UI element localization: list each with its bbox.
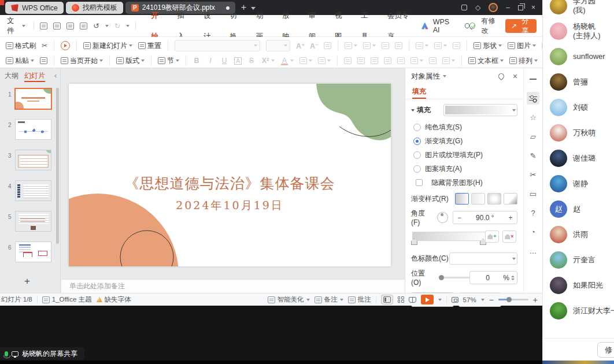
position-slider[interactable] [439, 277, 469, 278]
gradient-style-3[interactable] [487, 193, 501, 205]
account-avatar[interactable] [489, 3, 498, 12]
text-effects-button[interactable] [316, 56, 333, 65]
shapes-button[interactable]: 形状 [471, 40, 504, 52]
text-to-smartart-button[interactable] [450, 41, 463, 50]
section-button[interactable]: 节 [156, 55, 182, 67]
export-button[interactable] [53, 23, 61, 29]
thumbnail-scrollbar[interactable] [56, 88, 59, 244]
paragraph-layout-button[interactable] [440, 56, 457, 65]
chevron-down-icon[interactable] [481, 299, 484, 301]
theme-indicator[interactable]: 1_Office 主题 [42, 295, 92, 304]
gradient-style-4[interactable] [504, 193, 517, 205]
font-color-button[interactable]: A [278, 55, 296, 66]
stepper-arrows[interactable] [511, 276, 515, 280]
text-box-button[interactable]: 文本框 [466, 55, 506, 67]
align-right-button[interactable] [368, 56, 380, 65]
reading-view-button[interactable] [409, 297, 416, 303]
copy-button[interactable] [38, 56, 50, 65]
chevron-down-icon[interactable] [443, 75, 446, 77]
slide-thumbnail-preview[interactable] [15, 211, 51, 232]
font-size-select[interactable] [266, 40, 290, 51]
properties-title[interactable]: 对象属性 [411, 72, 440, 81]
angle-dial[interactable] [437, 212, 447, 223]
chevron-down-icon[interactable] [105, 25, 109, 27]
char-border-button[interactable]: A [232, 56, 244, 66]
footer-action-button[interactable]: 修 [597, 342, 614, 358]
modified-status[interactable]: 有修改 [481, 16, 500, 36]
slide-thumbnail-preview[interactable] [15, 150, 51, 170]
file-menu-button[interactable]: 文件 [0, 16, 31, 36]
chevron-down-icon[interactable] [438, 299, 442, 301]
slide-canvas[interactable]: 《思想道德与法治》集体备课会 2024年10月19日 [69, 84, 391, 266]
column-spacing-button[interactable] [427, 56, 439, 65]
align-center-button[interactable] [355, 56, 367, 65]
selection-pane-icon[interactable]: ▭ [527, 187, 539, 200]
format-painter-button[interactable]: 格式刷 [3, 40, 38, 52]
slide-thumbnail-4[interactable]: 4 [0, 177, 56, 208]
position-value[interactable]: 0 [472, 274, 503, 282]
gradient-fill-preview-dropdown[interactable] [443, 104, 517, 116]
participant-row-2[interactable]: sunflower [543, 44, 614, 69]
slide-layout-button[interactable]: 版式 [114, 55, 147, 67]
collapse-panel-icon[interactable]: ‹ [54, 71, 57, 80]
zoom-slider[interactable] [498, 299, 528, 300]
hide-background-checkbox-row[interactable]: 隐藏背景图形(H) [411, 176, 517, 190]
print-preview-button[interactable] [80, 23, 87, 29]
bold-button[interactable]: B [190, 55, 203, 66]
slide-thumbnail-2[interactable]: 2 [0, 116, 56, 147]
participant-row-7[interactable]: 谢静 [543, 171, 614, 196]
screen-share-indicator[interactable]: 杨晓帆的屏幕共享 [0, 347, 84, 360]
slide-thumbnail-preview[interactable] [15, 180, 51, 201]
decrease-font-button[interactable]: A⁻ [308, 40, 320, 51]
slide-thumbnail-preview[interactable] [15, 119, 51, 140]
slide-thumbnail-preview[interactable] [14, 88, 52, 110]
missing-font-warning[interactable]: 缺失字体 [97, 295, 131, 304]
clear-format-button[interactable] [321, 41, 334, 50]
undo-button[interactable]: ↺ [93, 21, 99, 30]
strikethrough-button[interactable]: S [245, 55, 258, 66]
zoom-knob[interactable] [506, 297, 512, 302]
fill-radio-0[interactable]: 纯色填充(S) [411, 120, 517, 134]
pin-icon[interactable] [497, 72, 505, 80]
section-expand-icon[interactable] [411, 109, 415, 112]
tab-wps-office[interactable]: WPS Office [5, 2, 64, 14]
share-button[interactable]: ↗ 分享 [505, 19, 537, 33]
participant-row-5[interactable]: 万秋萌 [543, 120, 614, 146]
participant-row-3[interactable]: 曾骊 [543, 69, 614, 95]
stop-color-dropdown[interactable] [449, 252, 517, 265]
collapse-panel-icon[interactable] [527, 73, 539, 86]
angle-plus-button[interactable]: + [504, 214, 517, 222]
reset-slide-button[interactable]: 重置 [136, 40, 164, 52]
redo-button[interactable]: ↻ [114, 21, 120, 30]
restore-button[interactable] [518, 5, 523, 10]
object-properties-icon[interactable] [527, 92, 539, 105]
fill-radio-2[interactable]: 图片或纹理填充(P) [411, 148, 517, 162]
angle-value[interactable]: 90.0 ° [466, 214, 504, 222]
angle-spinner[interactable]: − 90.0 ° + [453, 211, 517, 224]
play-current-page-button[interactable]: 当页开始 [58, 55, 105, 67]
slide-thumbnail-3[interactable]: 3 [0, 147, 56, 177]
slide-thumbnail-6[interactable]: 6 [0, 239, 56, 269]
participant-row-0[interactable]: 李方园(我) [543, 0, 614, 18]
slider-knob[interactable] [439, 275, 444, 280]
print-button[interactable] [66, 23, 74, 29]
slide-sorter-view-button[interactable] [398, 296, 404, 303]
fill-radio-3[interactable]: 图案填充(A) [411, 162, 517, 176]
font-family-button[interactable] [172, 39, 262, 53]
slideshow-play-button[interactable] [421, 295, 434, 304]
align-left-button[interactable] [342, 56, 354, 65]
normal-view-button[interactable] [381, 295, 393, 304]
minimize-button[interactable]: – [506, 4, 510, 11]
fit-slide-icon[interactable] [452, 297, 458, 303]
participant-row-8[interactable]: 赵赵 [543, 196, 614, 222]
more-icon[interactable]: … [527, 244, 539, 257]
underline-button[interactable]: U [218, 55, 231, 66]
assistant-icon[interactable]: ◔ [527, 225, 539, 238]
slide-thumbnail-5[interactable]: 5 [0, 208, 56, 239]
close-button[interactable]: × [531, 4, 535, 11]
tab-docer-templates[interactable]: 找稻壳模板 [66, 2, 123, 14]
ink-icon[interactable]: ✎ [527, 149, 539, 162]
slide-editor[interactable]: 《思想道德与法治》集体备课会 2024年10月19日 [61, 68, 405, 279]
help-icon[interactable]: ? [527, 206, 539, 219]
angle-minus-button[interactable]: − [453, 214, 466, 222]
